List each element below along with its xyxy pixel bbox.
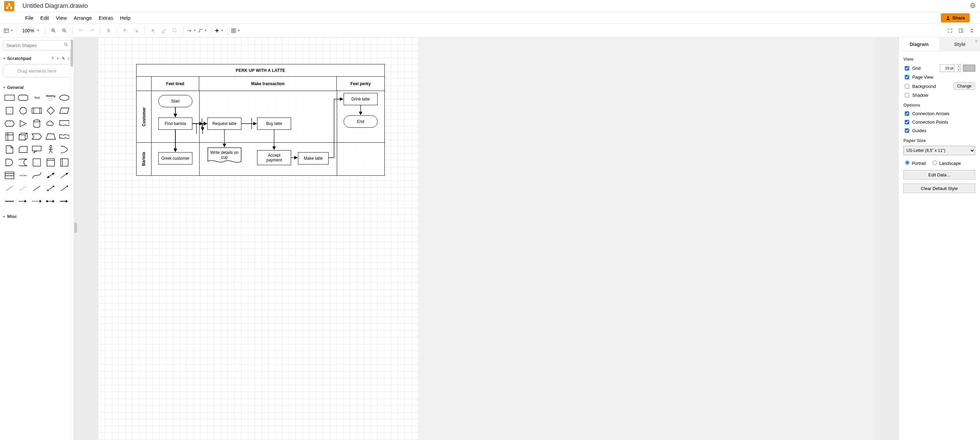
shape-trapezoid[interactable] [45,131,56,142]
milestone-3[interactable]: Feel perky [337,77,385,91]
search-icon[interactable] [64,42,68,48]
share-button[interactable]: Share [941,13,970,22]
shape-internal-storage[interactable] [4,131,15,142]
scratchpad-dropzone[interactable]: Drag elements here [3,64,71,77]
sidebar-scrollbar[interactable] [69,37,74,440]
shape-note[interactable] [4,144,15,155]
node-buy-latte[interactable]: Buy latte [257,118,291,130]
shape-circle[interactable] [18,105,29,116]
clear-style-button[interactable]: Clear Default Style [904,183,975,193]
shape-callout[interactable] [31,144,42,155]
canvas-page[interactable]: PERK UP WITH A LATTE Feel tired Make tra… [98,37,418,440]
conn-points-checkbox[interactable] [905,120,909,124]
search-shapes-input[interactable] [3,40,71,50]
node-request-latte[interactable]: Request latte [207,118,242,130]
view-mode-button[interactable]: ▼ [3,26,13,35]
scratchpad-add-icon[interactable]: + [57,56,59,61]
shape-bidir-arrow[interactable] [45,170,56,180]
shape-dotted-line[interactable] [18,183,29,193]
shape-parallelogram[interactable] [59,105,70,116]
shape-link5[interactable] [59,196,70,206]
node-find-barista[interactable]: Find barista [158,118,192,130]
canvas[interactable]: PERK UP WITH A LATTE Feel tired Make tra… [74,37,898,440]
shape-link3[interactable] [31,196,42,206]
change-background-button[interactable]: Change [953,83,975,90]
grid-size-input[interactable] [940,64,955,72]
delete-button[interactable] [104,26,113,35]
shape-cube[interactable] [18,131,29,142]
redo-button[interactable] [87,26,97,35]
landscape-option[interactable]: Landscape [931,159,961,166]
tab-style[interactable]: Style✕ [939,37,980,51]
lane-label-barista[interactable]: Barista [137,143,151,175]
waypoint-style-button[interactable]: ▼ [197,26,207,35]
shape-heading[interactable]: Heading———— [45,92,56,103]
shape-dashed-line[interactable] [4,183,15,193]
tab-diagram[interactable]: Diagram [899,37,939,51]
lane-customer[interactable]: Start Find barista Request latte Buy lat… [151,91,385,143]
shape-line[interactable] [31,183,42,193]
edit-data-button[interactable]: Edit Data... [904,170,975,180]
pool-title[interactable]: PERK UP WITH A LATTE [137,64,385,77]
milestone-1[interactable]: Feel tired [151,77,199,91]
zoom-level[interactable]: 100%▼ [20,28,41,33]
shape-rounded-rect[interactable] [18,92,29,103]
shape-arrow[interactable] [59,170,70,180]
menu-help[interactable]: Help [116,14,134,22]
menu-file[interactable]: File [22,14,37,22]
shape-container3[interactable] [59,157,70,167]
shape-curve[interactable] [31,170,42,180]
menu-extras[interactable]: Extras [95,14,117,22]
grid-color-swatch[interactable] [963,65,975,72]
connection-style-button[interactable]: ▼ [186,26,196,35]
portrait-option[interactable]: Portrait [904,159,926,166]
shape-list[interactable] [4,170,15,180]
sidebar-splitter[interactable] [74,223,77,233]
table-button[interactable]: ▼ [231,26,240,35]
scratchpad-header[interactable]: ▼Scratchpad ? + ✎ ✕ [3,54,71,62]
menu-edit[interactable]: Edit [37,14,52,22]
paper-size-select[interactable]: US-Letter (8,5" x 11") [904,146,975,155]
node-accept-payment[interactable]: Accept payment [257,150,291,165]
menu-arrange[interactable]: Arrange [70,14,95,22]
insert-button[interactable]: ▼ [214,26,224,35]
to-back-button[interactable] [131,26,141,35]
shape-dir-thin[interactable] [59,183,70,193]
shape-or[interactable] [59,144,70,155]
shape-triangle[interactable] [18,118,29,129]
shape-card[interactable] [18,144,29,155]
format-panel-button[interactable] [956,26,966,35]
shape-cylinder[interactable] [31,118,42,129]
scratchpad-help-icon[interactable]: ? [51,56,54,61]
node-end[interactable]: End [344,115,378,128]
shape-data-storage[interactable] [18,157,29,167]
stroke-color-button[interactable] [159,26,169,35]
lane-label-customer[interactable]: Customer [137,91,151,143]
shape-link1[interactable] [4,196,15,206]
shape-link2[interactable] [18,196,29,206]
shape-container1[interactable] [31,157,42,167]
close-panel-icon[interactable]: ✕ [975,39,978,44]
grid-checkbox[interactable] [905,66,909,70]
zoom-out-button[interactable] [60,26,69,35]
node-write-details[interactable]: Write details on cup [207,147,242,165]
shape-process[interactable] [31,105,42,116]
node-start[interactable]: Start [158,95,192,107]
shape-square[interactable] [4,105,15,116]
guides-checkbox[interactable] [905,128,909,133]
swimlane-pool[interactable]: PERK UP WITH A LATTE Feel tired Make tra… [136,64,385,176]
shape-cloud[interactable] [45,118,56,129]
node-make-latte[interactable]: Make latte [298,152,329,164]
shape-tape[interactable] [59,131,70,142]
shape-text[interactable]: Text [31,92,42,103]
shadow-checkbox[interactable] [905,93,909,97]
to-front-button[interactable] [121,26,130,35]
shape-ellipse[interactable] [59,92,70,103]
shape-and[interactable] [4,157,15,167]
scratchpad-edit-icon[interactable]: ✎ [62,56,65,61]
shape-rectangle[interactable] [4,92,15,103]
general-shapes-header[interactable]: ▼General [3,83,71,91]
shape-container2[interactable] [45,157,56,167]
shape-diamond[interactable] [45,105,56,116]
misc-shapes-header[interactable]: ▼Misc [3,212,71,220]
